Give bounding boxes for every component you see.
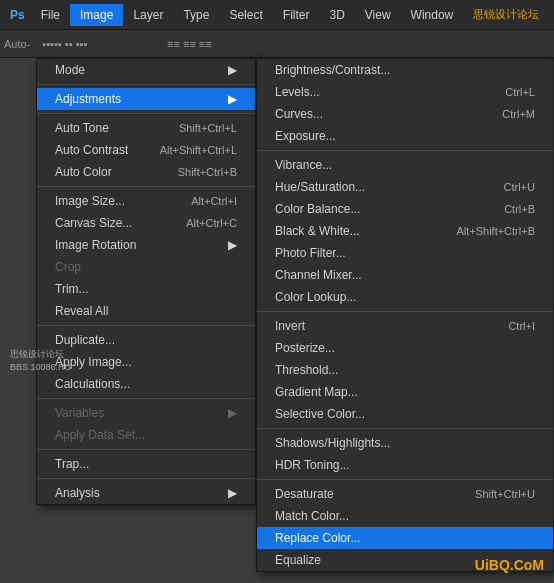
adj-shadows-highlights[interactable]: Shadows/Highlights... xyxy=(257,432,553,454)
menu-help[interactable]: 思锐设计论坛 xyxy=(463,3,549,26)
image-menu-variables: Variables ▶ xyxy=(37,402,255,424)
adj-vibrance[interactable]: Vibrance... xyxy=(257,154,553,176)
adj-color-balance[interactable]: Color Balance... Ctrl+B xyxy=(257,198,553,220)
sep1 xyxy=(37,84,255,85)
menu-window[interactable]: Window xyxy=(401,4,464,26)
image-menu-auto-tone[interactable]: Auto Tone Shift+Ctrl+L xyxy=(37,117,255,139)
image-menu-analysis[interactable]: Analysis ▶ xyxy=(37,482,255,504)
adj-match-color[interactable]: Match Color... xyxy=(257,505,553,527)
adj-sep2 xyxy=(257,311,553,312)
adj-selective-color[interactable]: Selective Color... xyxy=(257,403,553,425)
adj-posterize[interactable]: Posterize... xyxy=(257,337,553,359)
adj-black-white[interactable]: Black & White... Alt+Shift+Ctrl+B xyxy=(257,220,553,242)
adj-brightness-contrast[interactable]: Brightness/Contrast... xyxy=(257,59,553,81)
toolbar-content: Auto- ▪▪▪▪▪ ▪▪ ▪▪▪ ≡≡ ≡≡ ≡≡ xyxy=(4,38,212,50)
sep7 xyxy=(37,478,255,479)
menu-type[interactable]: Type xyxy=(173,4,219,26)
image-menu-trim[interactable]: Trim... xyxy=(37,278,255,300)
image-menu-canvas-size[interactable]: Canvas Size... Alt+Ctrl+C xyxy=(37,212,255,234)
sep6 xyxy=(37,449,255,450)
adj-channel-mixer[interactable]: Channel Mixer... xyxy=(257,264,553,286)
image-menu-trap[interactable]: Trap... xyxy=(37,453,255,475)
adj-exposure[interactable]: Exposure... xyxy=(257,125,553,147)
menu-file[interactable]: File xyxy=(31,4,70,26)
menu-view[interactable]: View xyxy=(355,4,401,26)
sep4 xyxy=(37,325,255,326)
menu-select[interactable]: Select xyxy=(219,4,272,26)
image-menu-image-rotation[interactable]: Image Rotation ▶ xyxy=(37,234,255,256)
watermark-left: 思锐设计论坛 BBS.10086.RU xyxy=(10,348,71,373)
menu-3d[interactable]: 3D xyxy=(319,4,354,26)
image-menu-auto-color[interactable]: Auto Color Shift+Ctrl+B xyxy=(37,161,255,183)
adj-curves[interactable]: Curves... Ctrl+M xyxy=(257,103,553,125)
watermark-bottom: UiBQ.CoM xyxy=(475,557,544,573)
sep5 xyxy=(37,398,255,399)
adj-levels[interactable]: Levels... Ctrl+L xyxy=(257,81,553,103)
adj-desaturate[interactable]: Desaturate Shift+Ctrl+U xyxy=(257,483,553,505)
image-menu-image-size[interactable]: Image Size... Alt+Ctrl+I xyxy=(37,190,255,212)
sep2 xyxy=(37,113,255,114)
menu-bar: Ps File Image Layer Type Select Filter 3… xyxy=(0,0,554,30)
adj-color-lookup[interactable]: Color Lookup... xyxy=(257,286,553,308)
image-menu-dropdown: Mode ▶ Adjustments ▶ Auto Tone Shift+Ctr… xyxy=(36,58,256,505)
menu-image[interactable]: Image xyxy=(70,4,123,26)
adj-invert[interactable]: Invert Ctrl+I xyxy=(257,315,553,337)
image-menu-apply-data-set: Apply Data Set... xyxy=(37,424,255,446)
adj-sep3 xyxy=(257,428,553,429)
image-menu-auto-contrast[interactable]: Auto Contrast Alt+Shift+Ctrl+L xyxy=(37,139,255,161)
adj-gradient-map[interactable]: Gradient Map... xyxy=(257,381,553,403)
image-menu-reveal-all[interactable]: Reveal All xyxy=(37,300,255,322)
menu-layer[interactable]: Layer xyxy=(123,4,173,26)
adj-threshold[interactable]: Threshold... xyxy=(257,359,553,381)
image-menu-calculations[interactable]: Calculations... xyxy=(37,373,255,395)
adj-replace-color[interactable]: Replace Color... xyxy=(257,527,553,549)
menu-ps[interactable]: Ps xyxy=(4,4,31,26)
adj-photo-filter[interactable]: Photo Filter... xyxy=(257,242,553,264)
image-menu-mode[interactable]: Mode ▶ xyxy=(37,59,255,81)
toolbar: Auto- ▪▪▪▪▪ ▪▪ ▪▪▪ ≡≡ ≡≡ ≡≡ xyxy=(0,30,554,58)
image-menu-adjustments[interactable]: Adjustments ▶ xyxy=(37,88,255,110)
adj-sep4 xyxy=(257,479,553,480)
sep3 xyxy=(37,186,255,187)
image-menu-crop: Crop xyxy=(37,256,255,278)
menu-site: www.misssyuan.com xyxy=(549,5,554,24)
adjustments-menu-dropdown: Brightness/Contrast... Levels... Ctrl+L … xyxy=(256,58,554,572)
content-area: Mode ▶ Adjustments ▶ Auto Tone Shift+Ctr… xyxy=(0,58,554,583)
adj-sep1 xyxy=(257,150,553,151)
adj-hue-saturation[interactable]: Hue/Saturation... Ctrl+U xyxy=(257,176,553,198)
menu-filter[interactable]: Filter xyxy=(273,4,320,26)
adj-hdr-toning[interactable]: HDR Toning... xyxy=(257,454,553,476)
